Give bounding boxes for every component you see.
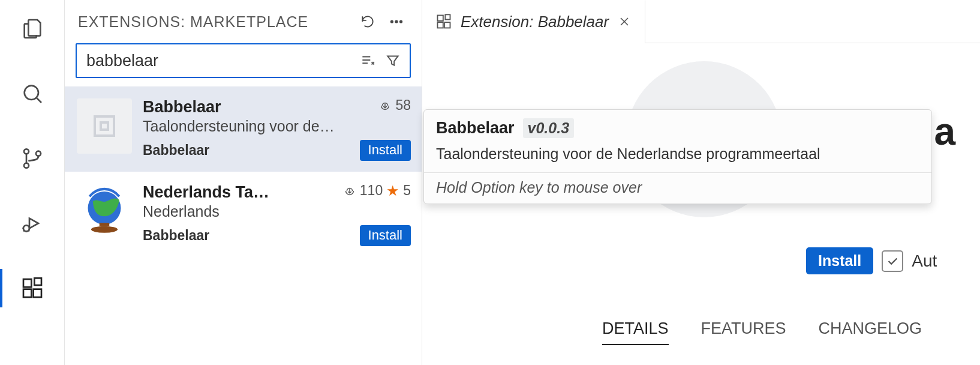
tab-features[interactable]: FEATURES [701,319,786,345]
editor-tabs: Extension: Babbelaar [422,0,980,43]
svg-rect-12 [95,116,114,136]
ellipsis-icon [389,14,404,29]
clear-list-icon [360,53,375,68]
svg-point-0 [24,86,38,100]
filter-icon [385,53,401,68]
svg-rect-19 [444,22,450,28]
tab-details[interactable]: DETAILS [602,319,669,345]
extensions-sidebar: EXTENSIONS: MARKETPLACE [65,0,422,365]
sidebar-header: EXTENSIONS: MARKETPLACE [65,0,422,43]
activity-extensions[interactable] [14,270,50,306]
clear-search-button[interactable] [357,50,378,71]
svg-point-11 [400,20,402,22]
extension-icon [77,184,132,239]
rating-count: 5 [403,182,411,199]
extension-stats: 110 ★ 5 [343,182,411,199]
auto-update-label: Aut [912,252,937,271]
activity-search[interactable] [14,76,50,112]
more-actions-button[interactable] [386,11,407,32]
extensions-search-input[interactable] [85,51,353,71]
tab-extension-babbelaar[interactable]: Extension: Babbelaar [422,0,645,43]
extension-publisher: Babbelaar [143,142,209,158]
svg-rect-13 [101,122,108,130]
extensions-search-box [76,43,411,78]
download-count: 58 [395,97,411,113]
hover-description: Taalondersteuning voor de Nederlandse pr… [424,144,931,172]
svg-point-2 [24,163,29,168]
check-icon [886,255,899,268]
extension-item-nederlands[interactable]: Nederlands Ta… 110 ★ 5 Nederlands Babbel… [65,172,422,257]
extension-detail-view: Babbela Install Aut DETAILS FEATURES CHA… [422,43,980,365]
tab-changelog[interactable]: CHANGELOG [819,319,922,345]
svg-rect-18 [438,22,443,28]
extension-item-babbelaar[interactable]: Babbelaar 58 Taalondersteuning voor de… … [65,86,422,172]
activity-source-control[interactable] [14,140,50,176]
extension-publisher: Babbelaar [143,228,209,244]
search-icon [20,82,44,106]
svg-rect-5 [23,279,31,287]
extension-hover-card: Babbelaar v0.0.3 Taalondersteuning voor … [423,109,932,204]
svg-rect-8 [34,278,41,285]
refresh-icon [360,14,375,29]
extension-downloads: 58 [378,97,411,113]
hover-footer: Hold Option key to mouse over [424,172,931,204]
filter-button[interactable] [382,50,404,71]
svg-point-16 [91,226,118,232]
refresh-button[interactable] [357,11,378,32]
extensions-icon [20,276,44,300]
svg-point-10 [395,20,397,22]
hover-version: v0.0.3 [523,118,575,138]
install-button[interactable]: Install [360,225,411,246]
svg-point-3 [36,151,41,156]
sidebar-title: EXTENSIONS: MARKETPLACE [78,13,350,31]
tab-title: Extension: Babbelaar [461,13,609,31]
install-button[interactable]: Install [360,140,411,161]
globe-icon [78,185,131,238]
svg-rect-20 [445,14,450,19]
svg-point-1 [24,149,29,154]
close-icon[interactable] [617,14,632,29]
star-icon: ★ [386,182,399,199]
extension-description: Taalondersteuning voor de… [143,118,411,135]
extensions-list: Babbelaar 58 Taalondersteuning voor de… … [65,86,422,365]
download-icon [343,184,356,198]
extension-name: Nederlands Ta… [143,183,269,202]
svg-rect-17 [438,16,443,21]
auto-update-checkbox[interactable] [882,250,903,272]
install-button[interactable]: Install [806,247,873,274]
files-icon [20,17,44,41]
extension-description: Nederlands [143,203,411,220]
run-debug-icon [20,211,44,235]
download-icon [378,99,392,112]
download-count: 110 [360,182,383,199]
placeholder-icon [90,112,119,140]
svg-rect-15 [100,223,110,226]
hover-title: Babbelaar [436,119,515,137]
activity-run[interactable] [14,205,50,241]
activity-explorer[interactable] [14,11,50,47]
svg-point-9 [391,20,393,22]
extension-icon [77,98,132,154]
svg-rect-7 [33,289,41,297]
svg-rect-6 [23,289,31,297]
extension-name: Babbelaar [143,98,221,116]
activity-bar [0,0,65,365]
branch-icon [20,146,44,170]
extensions-icon [435,13,452,30]
extension-detail-tabs: DETAILS FEATURES CHANGELOG [602,319,980,354]
